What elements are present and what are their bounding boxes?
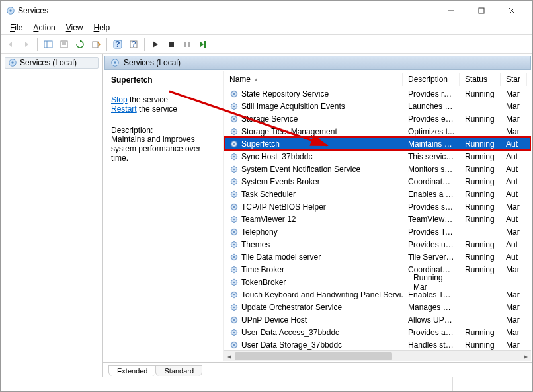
service-startup-cell: Aut xyxy=(501,152,527,161)
service-row[interactable]: UPnP Device HostAllows UPn...Mar xyxy=(224,313,531,326)
menu-action[interactable]: Action xyxy=(28,22,60,34)
help-button[interactable]: ? xyxy=(110,37,125,52)
scroll-left-arrow[interactable]: ◂ xyxy=(224,352,235,361)
pause-service-button[interactable] xyxy=(180,37,194,52)
properties-button[interactable] xyxy=(57,37,71,52)
service-row[interactable]: Task SchedulerEnables a us...RunningAut xyxy=(224,188,531,200)
column-description[interactable]: Description xyxy=(403,73,460,86)
service-desc-cell: TeamViewer... xyxy=(403,215,460,224)
tab-extended[interactable]: Extended xyxy=(108,365,156,376)
svg-rect-3 xyxy=(479,8,484,13)
service-name-cell: Superfetch xyxy=(224,139,403,149)
service-row[interactable]: Sync Host_37bbddcThis service ...Running… xyxy=(224,150,531,163)
service-name-cell: Update Orchestrator Service xyxy=(224,303,403,312)
service-row[interactable]: State Repository ServiceProvides re...Ru… xyxy=(224,87,531,100)
service-desc-cell: Optimizes t... xyxy=(403,127,460,136)
tab-standard[interactable]: Standard xyxy=(155,365,202,376)
service-name-cell: User Data Access_37bbddc xyxy=(224,328,403,337)
service-startup-cell: Mar xyxy=(501,328,527,337)
menu-view[interactable]: View xyxy=(61,22,89,34)
svg-text:?: ? xyxy=(132,40,136,49)
service-status-cell: Running xyxy=(460,215,501,224)
right-pane: Services (Local) Superfetch Stop the ser… xyxy=(103,54,532,377)
back-button[interactable] xyxy=(3,37,18,52)
service-gear-icon xyxy=(229,165,239,174)
forward-button[interactable] xyxy=(19,37,34,52)
service-gear-icon xyxy=(229,177,239,186)
help-topics-button[interactable]: ? xyxy=(126,37,141,52)
service-desc-cell: Launches a... xyxy=(403,102,460,111)
stop-service-button[interactable] xyxy=(164,37,179,52)
svg-rect-18 xyxy=(188,42,190,47)
scroll-right-arrow[interactable]: ▸ xyxy=(520,352,531,361)
service-row[interactable]: Touch Keyboard and Handwriting Panel Ser… xyxy=(224,288,531,301)
service-desc-cell: Provides re... xyxy=(403,89,460,98)
svg-point-26 xyxy=(233,93,235,95)
service-row[interactable]: Storage ServiceProvides en...RunningMar xyxy=(224,112,531,125)
service-row[interactable]: System Events BrokerCoordinates...Runnin… xyxy=(224,175,531,188)
svg-point-48 xyxy=(233,231,235,233)
service-status-cell: Running xyxy=(460,89,501,98)
svg-point-30 xyxy=(233,118,235,120)
service-gear-icon xyxy=(229,89,239,98)
service-status-cell: Running xyxy=(460,165,501,174)
service-name-cell: Tile Data model server xyxy=(224,253,403,262)
service-startup-cell: Mar xyxy=(501,315,527,325)
service-row[interactable]: ThemesProvides us...RunningAut xyxy=(224,238,531,251)
service-startup-cell: Mar xyxy=(501,290,527,299)
service-row[interactable]: SuperfetchMaintains a...RunningAut xyxy=(224,137,531,150)
service-row[interactable]: Tile Data model serverTile Server f...Ru… xyxy=(224,251,531,263)
service-row[interactable]: TokenBrokerRunningMar xyxy=(224,276,531,288)
service-name-cell: Touch Keyboard and Handwriting Panel Ser… xyxy=(224,290,403,299)
svg-point-66 xyxy=(233,344,235,346)
service-startup-cell: Mar xyxy=(501,102,527,111)
restart-service-link[interactable]: Restart xyxy=(111,104,137,114)
service-status-cell: Running xyxy=(460,265,501,274)
service-desc-cell: RunningMar xyxy=(403,273,460,292)
start-service-button[interactable] xyxy=(148,37,163,52)
detail-pane: Superfetch Stop the service Restart the … xyxy=(104,71,224,361)
service-row[interactable]: TelephonyProvides Tel...Mar xyxy=(224,225,531,238)
service-gear-icon xyxy=(229,315,239,325)
maximize-button[interactable] xyxy=(466,1,497,20)
service-startup-cell: Mar xyxy=(501,89,527,98)
service-status-cell: Running xyxy=(408,273,449,282)
service-row[interactable]: User Data Access_37bbddcProvides ap...Ru… xyxy=(224,326,531,338)
show-hide-tree-button[interactable] xyxy=(41,37,56,52)
column-startup[interactable]: Star xyxy=(501,73,527,86)
menu-file[interactable]: File xyxy=(5,22,28,34)
service-row[interactable]: System Event Notification ServiceMonitor… xyxy=(224,163,531,175)
status-bar xyxy=(1,377,532,391)
service-startup-cell: Aut xyxy=(501,165,527,174)
tree-root-services-local[interactable]: Services (Local) xyxy=(5,57,99,69)
service-row[interactable]: Time BrokerCoordinates...RunningMar xyxy=(224,263,531,276)
list-body[interactable]: State Repository ServiceProvides re...Ru… xyxy=(224,87,531,350)
service-gear-icon xyxy=(229,139,239,149)
minimize-button[interactable] xyxy=(436,1,466,20)
pane-header: Services (Local) xyxy=(104,56,531,70)
refresh-button[interactable] xyxy=(73,37,87,52)
service-row[interactable]: Still Image Acquisition EventsLaunches a… xyxy=(224,100,531,112)
service-row[interactable]: User Data Storage_37bbddcHandles sto...R… xyxy=(224,338,531,350)
description-label: Description: xyxy=(111,126,216,135)
menu-help[interactable]: Help xyxy=(89,22,116,34)
close-button[interactable] xyxy=(497,1,527,20)
horizontal-scrollbar[interactable]: ◂ ▸ xyxy=(224,350,531,361)
column-status[interactable]: Status xyxy=(460,73,501,86)
service-row[interactable]: TeamViewer 12TeamViewer...RunningAut xyxy=(224,213,531,225)
svg-point-46 xyxy=(233,218,235,220)
toolbar: ? ? xyxy=(1,35,532,54)
column-name[interactable]: Name xyxy=(224,73,403,86)
service-gear-icon xyxy=(229,227,239,237)
svg-point-64 xyxy=(233,331,235,333)
service-startup-cell: Mar xyxy=(501,340,527,350)
app-icon xyxy=(6,6,15,15)
restart-service-button[interactable] xyxy=(196,37,210,52)
export-button[interactable] xyxy=(89,37,103,52)
service-row[interactable]: Update Orchestrator ServiceManages W...M… xyxy=(224,301,531,313)
scroll-thumb[interactable] xyxy=(235,352,392,360)
service-row[interactable]: Storage Tiers ManagementOptimizes t...Ma… xyxy=(224,125,531,137)
service-row[interactable]: TCP/IP NetBIOS HelperProvides su...Runni… xyxy=(224,200,531,213)
stop-service-link[interactable]: Stop xyxy=(111,95,128,104)
service-desc-cell: Allows UPn... xyxy=(403,315,460,325)
